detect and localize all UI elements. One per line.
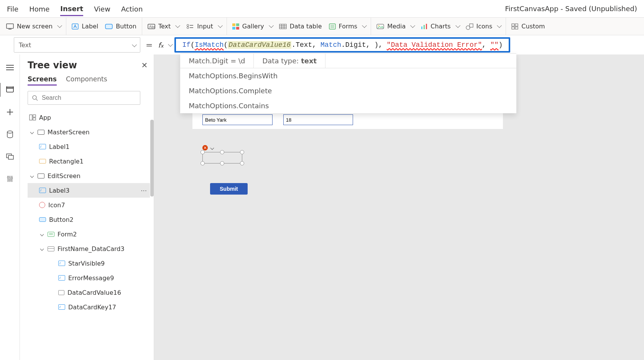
advanced-tools-icon[interactable] (5, 173, 15, 184)
chevron-down-icon[interactable] (39, 246, 44, 251)
insert-gallery-dropdown[interactable]: Gallery (232, 23, 272, 30)
intellisense-header: Match.Digit = \d Data type: text (180, 54, 516, 68)
node-firstname-card[interactable]: FirstName_DataCard3 (28, 241, 150, 256)
close-icon[interactable]: ✕ (139, 61, 150, 70)
add-icon[interactable] (5, 107, 15, 117)
intellisense-popup: Match.Digit = \d Data type: text MatchOp… (180, 53, 516, 113)
insert-media-dropdown[interactable]: Media (376, 23, 414, 30)
insert-label-button[interactable]: Label (72, 23, 98, 30)
svg-rect-32 (512, 27, 514, 29)
node-label: FirstName_DataCard3 (58, 245, 125, 253)
left-rail (0, 54, 20, 360)
insert-input-dropdown[interactable]: Input (186, 23, 221, 30)
insert-charts-dropdown[interactable]: Charts (421, 23, 458, 30)
new-screen-label: New screen (17, 23, 53, 30)
search-icon (32, 95, 38, 101)
agent-input[interactable] (202, 114, 273, 125)
tree-view-icon[interactable] (5, 84, 15, 95)
insert-media-label: Media (387, 23, 406, 30)
svg-point-48 (9, 179, 11, 181)
data-icon[interactable] (5, 129, 15, 140)
intellisense-option[interactable]: MatchOptions.Complete (180, 83, 516, 98)
chevron-down-icon[interactable] (166, 42, 171, 48)
insert-button-text: Button (116, 23, 136, 30)
tab-screens[interactable]: Screens (28, 75, 57, 86)
node-rectangle1[interactable]: Rectangle1 (28, 154, 150, 168)
node-label: DataCardKey17 (68, 304, 116, 311)
submit-button[interactable]: Submit (210, 183, 248, 195)
node-editscreen[interactable]: EditScreen (28, 168, 150, 183)
menu-home[interactable]: Home (29, 2, 49, 15)
node-icon7[interactable]: Icon7 (28, 198, 150, 212)
menu-file[interactable]: File (7, 2, 18, 15)
label-icon (39, 188, 46, 193)
chevron-down-icon[interactable] (39, 231, 44, 237)
insert-text-label: Text (158, 23, 171, 30)
node-label: DataCardValue16 (67, 289, 121, 296)
formula-bar[interactable]: fx If(IsMatch(DataCardValue16.Text, Matc… (158, 37, 510, 53)
datatype-hint: Data type: text (254, 54, 325, 68)
media-panel-icon[interactable] (5, 151, 15, 162)
menu-view[interactable]: View (94, 2, 110, 15)
menu-action[interactable]: Action (121, 2, 143, 15)
svg-rect-26 (424, 25, 425, 29)
insert-custom-dropdown[interactable]: Custom (511, 23, 545, 30)
label-icon (39, 144, 46, 149)
insert-datatable-label: Data table (290, 23, 322, 30)
insert-icons-dropdown[interactable]: Icons (466, 23, 501, 30)
insert-forms-dropdown[interactable]: Forms (329, 23, 366, 30)
property-name: Text (19, 41, 31, 49)
insert-datatable-button[interactable]: Data table (279, 23, 322, 30)
intellisense-option[interactable]: MatchOptions.BeginsWith (180, 68, 516, 83)
svg-rect-25 (421, 26, 422, 29)
node-label: App (39, 114, 51, 121)
chevron-down-icon[interactable] (29, 173, 34, 178)
intellisense-option[interactable]: MatchOptions.Contains (180, 98, 516, 113)
chevron-down-icon (130, 41, 135, 49)
chevron-down-icon[interactable] (209, 145, 215, 150)
svg-rect-29 (470, 24, 473, 27)
node-starvisible[interactable]: StarVisible9 (28, 256, 150, 271)
node-app[interactable]: App (28, 110, 150, 125)
equals-sign: = (146, 40, 153, 50)
selected-control[interactable]: ✕ (202, 145, 242, 163)
svg-point-50 (33, 96, 36, 99)
svg-rect-0 (7, 24, 13, 28)
fx-icon: fx (158, 41, 163, 49)
node-datacardkey[interactable]: DataCardKey17 (28, 300, 150, 314)
new-screen-button[interactable]: New screen (6, 23, 61, 30)
formula-input[interactable]: If(IsMatch(DataCardValue16.Text, Match.D… (174, 37, 510, 53)
node-masterscreen[interactable]: MasterScreen (28, 125, 150, 139)
tree-scrollbar[interactable] (150, 120, 154, 360)
property-selector[interactable]: Text (14, 37, 140, 53)
node-label3[interactable]: Label3 ⋯ (28, 183, 150, 198)
selection-handles[interactable] (202, 152, 242, 163)
app-icon (29, 114, 36, 121)
svg-rect-14 (279, 24, 286, 29)
menu-insert[interactable]: Insert (60, 2, 83, 16)
label-icon (58, 275, 65, 281)
node-button2[interactable]: Button2 (28, 212, 150, 227)
node-form2[interactable]: Form2 (28, 227, 150, 241)
svg-rect-31 (515, 24, 518, 26)
app-title: FirstCanvasApp - Saved (Unpublished) (505, 5, 637, 13)
overflow-icon[interactable]: ⋯ (141, 187, 148, 194)
node-label1[interactable]: Label1 (28, 139, 150, 154)
input-icon (186, 24, 194, 29)
ribbon: New screen Label Button Abc Text Input G… (0, 18, 644, 35)
node-errormessage[interactable]: ErrorMessage9 (28, 271, 150, 285)
error-badge-icon: ✕ (202, 145, 208, 150)
hamburger-icon[interactable] (5, 62, 15, 73)
svg-rect-10 (232, 23, 235, 26)
insert-button-button[interactable]: Button (105, 23, 136, 30)
tree-search[interactable] (28, 91, 140, 105)
insert-text-dropdown[interactable]: Abc Text (148, 23, 179, 30)
node-datacardvalue[interactable]: DataCardValue16 (28, 285, 150, 300)
label-icon (58, 304, 65, 310)
customer-input[interactable] (283, 114, 353, 125)
search-input[interactable] (41, 94, 136, 102)
screen-icon (6, 23, 14, 30)
tree-view-panel: Tree view ✕ Screens Components App Maste… (20, 54, 154, 360)
chevron-down-icon[interactable] (29, 129, 34, 135)
tab-components[interactable]: Components (66, 75, 107, 86)
